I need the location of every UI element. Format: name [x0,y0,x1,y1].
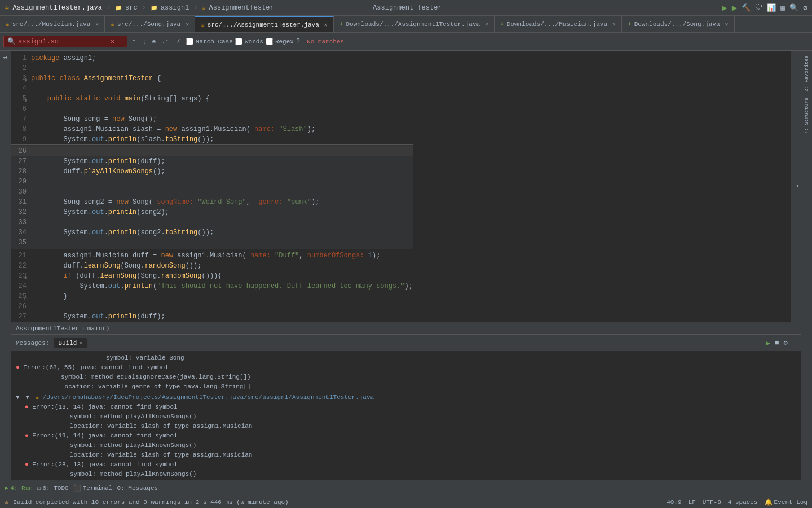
search-bar: 🔍 ✕ ↑ ↓ ⊕ .* ⚡ Match Case Words Regex ? … [0,33,812,51]
build-tab[interactable]: Build ✕ [54,338,87,348]
code-line-34-folded: 34 System.out.println(song2.toString()); [11,227,413,238]
run-bottom-tab[interactable]: ▶ 4: Run [5,484,33,492]
status-bar: ⚠ Build completed with 10 errors and 0 w… [0,496,812,508]
right-gutter: › [791,51,801,322]
regex-option[interactable]: Regex [266,38,294,45]
tabs-bar: ☕ src/.../Musician.java ✕ ☕ src/.../Song… [0,16,812,33]
msg-symbol-variable: symbol: variable Song [16,353,796,363]
profile-button[interactable]: 📊 [767,3,776,12]
words-checkbox[interactable] [235,38,242,45]
code-line-29-folded: 29 [11,177,413,187]
code-line-31-folded: 31 Song song2 = new Song( songName: "Wei… [11,197,413,207]
title-bar-center: Assignment Tester [274,4,541,12]
structure-tab[interactable]: 7: Structure [804,95,810,137]
src-folder-icon: 📁 [115,5,122,11]
tab-close-dl-musician[interactable]: ✕ [612,21,616,28]
tab-close-dl-song[interactable]: ✕ [725,21,729,28]
msg-location-19: location: variable slash of type assign1… [16,450,796,460]
build-button[interactable]: 🔨 [742,3,751,12]
code-line-8: 8 assign1.Musician slash = new assign1.M… [11,124,413,134]
search-input[interactable] [18,38,108,46]
run-bottom-icon: ▶ [5,484,8,492]
tab-dl-musician[interactable]: ⬇ Downloads/.../Musician.java ✕ [495,16,622,32]
tab-close-assignment[interactable]: ✕ [324,21,328,28]
search-prev-button[interactable]: ↑ [130,37,138,46]
msg-location-68: location: variable genre of type java.la… [16,382,796,392]
regex-checkbox[interactable] [266,38,273,45]
match-case-checkbox[interactable] [186,38,193,45]
clear-search-button[interactable]: ✕ [111,37,114,46]
messages-bottom-tab[interactable]: 0: Messages [117,485,158,492]
settings-button[interactable]: ⚙ [803,3,807,12]
terminal-tab[interactable]: ⬛ Terminal [73,484,113,492]
file-tree-expand[interactable]: ▼ [16,394,20,401]
build-status: Build completed with 10 errors and 0 war… [13,499,288,506]
msg-error-68: ● Error:(68, 55) java: cannot find symbo… [16,363,796,373]
code-line-27b: 27 System.out.println(duff); [11,312,413,322]
run-button[interactable]: ▶ [722,2,727,14]
messages-toolbar-right: ▶ ■ ⚙ — [766,339,796,348]
messages-panel: Messages: Build ✕ ▶ ■ ⚙ — symbol: variab… [11,334,801,480]
tab-icon-dl-musician: ⬇ [500,20,504,28]
words-option[interactable]: Words [235,38,263,45]
code-line-5: 5 ▼ public static void main(String[] arg… [11,94,413,104]
run-messages-button[interactable]: ▶ [766,339,770,348]
line-ending[interactable]: LF [689,499,696,506]
tab-assignment-tester[interactable]: ☕ src/.../Assignment1Tester.java ✕ [195,16,334,32]
search-regex-toggle[interactable]: .* [160,38,170,45]
indent-size[interactable]: 4 spaces [728,499,758,506]
search-next-button[interactable]: ↓ [140,37,148,46]
tab-close-dl-assignment[interactable]: ✕ [485,21,488,28]
build-tab-close[interactable]: ✕ [79,340,82,347]
tab-musician[interactable]: ☕ src/.../Musician.java ✕ [0,16,105,32]
event-log-label: Event Log [774,499,807,506]
code-line-28-folded: 28 duff.playAllKnownSongs(); [11,167,413,177]
encoding[interactable]: UTF-8 [703,499,721,506]
code-line-6: 6 [11,104,413,114]
code-line-24: 24 System.out.println("This should not h… [11,281,413,291]
scroll-right-arrow[interactable]: › [796,182,800,190]
center-title: Assignment Tester [373,4,442,12]
gear-messages-icon[interactable]: ⚙ [784,339,788,347]
error-location-19: Error:(19, 14) java: cannot find symbol [32,432,177,439]
search-word-button[interactable]: ⊕ [151,38,158,45]
error-icon-19: ● [25,432,29,439]
favorites-tab[interactable]: 2: Favorites [804,53,810,94]
layout-button[interactable]: ▦ [780,3,785,12]
tab-dl-assignment[interactable]: ⬇ Downloads/.../Assignment1Tester.java ✕ [334,16,495,32]
todo-tab[interactable]: ☑ 6: TODO [37,484,69,492]
code-line-32-folded: 32 System.out.println(song2); [11,207,413,217]
project-icon[interactable]: 1 [1,53,10,62]
msg-symbol-19: symbol: method playAllKnownSongs() [16,441,796,450]
tab-song[interactable]: ☕ src/.../Song.java ✕ [105,16,195,32]
java-icon: ☕ [5,3,9,12]
search-filter-button[interactable]: ⚡ [173,36,184,47]
msg-symbol-variable-text: symbol: variable Song [106,354,184,361]
file-tree-expand2[interactable]: ▼ [25,394,29,401]
code-line-26-folded: 26 [11,146,413,156]
no-matches-label: No matches [307,38,344,45]
tab-close-musician[interactable]: ✕ [95,21,99,28]
debug-button[interactable]: ▶ [732,2,738,14]
regex-help-button[interactable]: ? [296,38,300,46]
match-case-option[interactable]: Match Case [186,38,233,45]
tab-close-song[interactable]: ✕ [186,21,189,28]
code-line-22: 22 duff.learnSong(Song.randomSong()); [11,261,413,271]
event-log-button[interactable]: 🔔 Event Log [765,498,807,506]
sep3: › [193,4,197,12]
tab-dl-song[interactable]: ⬇ Downloads/.../Song.java ✕ [622,16,734,32]
search-evw-button[interactable]: 🔍 [789,3,798,12]
minimize-messages-button[interactable]: — [792,339,796,347]
tab-icon-song: ☕ [111,20,114,28]
stop-messages-button[interactable]: ■ [775,339,779,347]
code-line-35-folded: 35 [11,238,413,248]
tab-label-dl-song: Downloads/.../Song.java [634,21,720,28]
cursor-position[interactable]: 40:9 [667,499,681,506]
file-breadcrumb: Assignment1Tester.java [12,4,102,12]
code-line-1: 1 package assign1; [11,53,413,63]
src-label: src [125,4,138,12]
error-icon-13: ● [25,404,29,410]
coverage-button[interactable]: 🛡 [755,3,762,12]
search-input-wrapper: 🔍 ✕ [3,36,127,47]
title-bar-left: ☕ Assignment1Tester.java › 📁 src › 📁 ass… [5,3,274,12]
